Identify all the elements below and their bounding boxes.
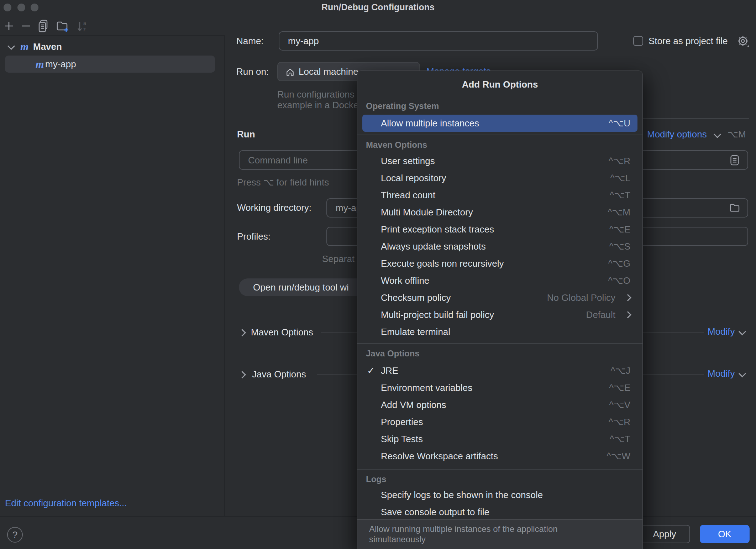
tree-item-my-app[interactable]: m my-app [5, 56, 215, 73]
menu-item-save-console-output-to-file[interactable]: Save console output to file [357, 503, 642, 521]
menu-item-properties[interactable]: Properties^⌥R [357, 413, 642, 430]
menu-item-multi-module-directory[interactable]: Multi Module Directory^⌥M [357, 204, 642, 221]
copy-icon [37, 19, 50, 33]
folder-plus-icon [56, 20, 70, 33]
menu-divider [357, 135, 642, 135]
menu-item-checksum-policy[interactable]: Checksum policyNo Global Policy [357, 289, 642, 306]
svg-text:a: a [83, 20, 86, 26]
maven-options-section[interactable]: Maven Options [251, 327, 313, 338]
chevron-right-icon[interactable] [238, 329, 246, 336]
profiles-hint: Separat [322, 253, 355, 264]
field-hint-text: Press ⌥ for field hints [237, 177, 329, 188]
java-options-section[interactable]: Java Options [252, 369, 306, 380]
check-icon: ✓ [367, 365, 375, 376]
add-configuration-button[interactable] [3, 20, 15, 32]
menu-item-shortcut: ^⌥U [609, 118, 630, 129]
expand-field-icon[interactable] [729, 154, 740, 166]
menu-item-print-exception-stack-traces[interactable]: Print exception stack traces^⌥E [357, 221, 642, 238]
toolbar-separator [0, 35, 224, 36]
profiles-label: Profiles: [237, 231, 271, 242]
apply-button[interactable]: Apply [639, 525, 690, 543]
store-as-project-file-label: Store as project file [649, 36, 728, 46]
menu-item-value: No Global Policy [547, 292, 615, 303]
maven-icon: m [20, 41, 28, 52]
menu-item-multi-project-build-fail-policy[interactable]: Multi-project build fail policyDefault [357, 306, 642, 323]
working-directory-label: Working directory: [237, 202, 311, 213]
menu-item-allow-multiple-instances[interactable]: Allow multiple instances^⌥U [362, 115, 637, 132]
copy-configuration-button[interactable] [37, 19, 50, 33]
menu-item-label: Specify logs to be shown in the console [381, 490, 543, 501]
help-button[interactable]: ? [7, 527, 23, 543]
folder-icon[interactable] [729, 203, 740, 213]
menu-divider [357, 469, 642, 470]
menu-item-label: Skip Tests [381, 434, 423, 445]
svg-text:z: z [83, 27, 86, 32]
sort-alphabetically-button[interactable]: a z [75, 20, 90, 33]
add-run-options-popup: Add Run Options Operating SystemAllow mu… [357, 70, 643, 549]
chevron-down-icon [739, 370, 746, 377]
popup-section-header: Java Options [357, 348, 642, 359]
chevron-right-icon[interactable] [238, 371, 246, 378]
edit-templates-link[interactable]: Edit configuration templates... [5, 498, 127, 508]
remove-configuration-button[interactable] [20, 20, 32, 32]
chevron-down-icon [739, 328, 746, 335]
menu-item-label: Add VM options [381, 399, 446, 411]
gear-icon[interactable] [736, 34, 750, 48]
menu-item-label: Print exception stack traces [381, 224, 494, 235]
menu-item-shortcut: ^⌥O [608, 275, 630, 286]
menu-item-label: Checksum policy [381, 292, 451, 303]
menu-item-user-settings[interactable]: User settings^⌥R [357, 152, 642, 169]
popup-footer-line2: simultaneously [369, 534, 632, 544]
store-as-project-file-checkbox[interactable] [633, 36, 643, 46]
menu-item-work-offline[interactable]: Work offline^⌥O [357, 272, 642, 289]
maven-icon: m [36, 59, 44, 69]
run-on-hint-line2: example in a Docke [277, 100, 358, 110]
tree-group-maven[interactable]: m Maven [5, 38, 219, 55]
menu-item-label: Resolve Workspace artifacts [381, 451, 498, 462]
home-icon [285, 67, 295, 77]
java-options-modify-link[interactable]: Modify [708, 368, 735, 379]
submenu-arrow-icon [624, 311, 631, 318]
open-tool-window-button[interactable]: Open run/debug tool wi [239, 278, 374, 296]
chevron-down-icon [714, 131, 721, 138]
modify-options-link[interactable]: Modify options [647, 129, 707, 140]
menu-item-shortcut: ^⌥T [610, 190, 630, 201]
menu-item-emulate-terminal[interactable]: Emulate terminal [357, 323, 642, 340]
menu-item-execute-goals-non-recursively[interactable]: Execute goals non recursively^⌥G [357, 255, 642, 272]
popup-section-header: Maven Options [357, 140, 642, 150]
menu-item-shortcut: ^⌥R [609, 156, 630, 167]
panel-divider [224, 35, 225, 516]
menu-item-jre[interactable]: ✓JRE^⌥J [357, 362, 642, 379]
ok-button[interactable]: OK [700, 525, 750, 543]
name-input[interactable]: my-app [279, 31, 598, 51]
menu-item-label: Properties [381, 417, 423, 428]
menu-item-local-repository[interactable]: Local repository^⌥L [357, 169, 642, 187]
menu-item-label: JRE [381, 365, 398, 376]
menu-item-label: Execute goals non recursively [381, 258, 504, 269]
maven-options-modify-link[interactable]: Modify [708, 326, 735, 337]
name-label: Name: [236, 36, 264, 46]
menu-item-label: Multi-project build fail policy [381, 309, 494, 320]
menu-item-shortcut: ^⌥W [607, 451, 630, 462]
command-line-placeholder: Command line [248, 155, 308, 166]
popup-title: Add Run Options [357, 78, 642, 91]
menu-item-shortcut: ^⌥J [611, 365, 630, 376]
menu-item-skip-tests[interactable]: Skip Tests^⌥T [357, 430, 642, 448]
menu-item-environment-variables[interactable]: Environment variables^⌥E [357, 379, 642, 396]
run-debug-configurations-dialog: Run/Debug Configurations a z m Maven [0, 0, 756, 549]
menu-item-thread-count[interactable]: Thread count^⌥T [357, 187, 642, 204]
menu-item-label: Multi Module Directory [381, 207, 473, 218]
new-folder-button[interactable] [56, 20, 70, 33]
menu-item-shortcut: ^⌥E [609, 382, 630, 393]
modify-options-shortcut: ⌥M [728, 129, 746, 140]
run-section-label: Run [237, 129, 255, 140]
menu-item-shortcut: ^⌥L [610, 173, 630, 184]
tree-item-label: my-app [45, 59, 76, 69]
run-on-value: Local machine [299, 66, 358, 77]
menu-item-specify-logs-to-be-shown-in-the-console[interactable]: Specify logs to be shown in the console [357, 486, 642, 503]
chevron-down-icon [7, 42, 15, 50]
menu-item-add-vm-options[interactable]: Add VM options^⌥V [357, 396, 642, 413]
menu-item-resolve-workspace-artifacts[interactable]: Resolve Workspace artifacts^⌥W [357, 448, 642, 465]
plus-icon [5, 22, 13, 30]
menu-item-always-update-snapshots[interactable]: Always update snapshots^⌥S [357, 238, 642, 255]
